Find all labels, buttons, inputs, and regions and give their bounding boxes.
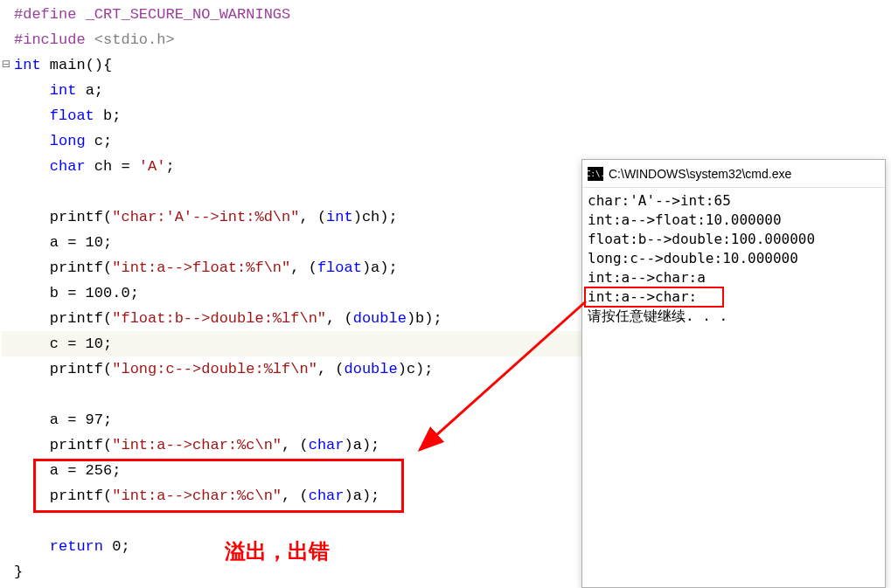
- cmd-window[interactable]: C:\. C:\WINDOWS\system32\cmd.exe char:'A…: [581, 159, 886, 588]
- fn-printf: printf: [50, 437, 103, 453]
- arg: b);: [415, 310, 442, 327]
- code-line: [2, 179, 584, 204]
- zero: 0;: [112, 538, 129, 555]
- cast-char: char: [309, 437, 345, 453]
- assign-c10: c = 10;: [50, 336, 112, 352]
- annotation-overflow-error: 溢出，出错: [225, 537, 330, 565]
- cmd-titlebar[interactable]: C:\. C:\WINDOWS\system32\cmd.exe: [582, 160, 885, 188]
- code-line: ⊟int main(){: [2, 52, 584, 78]
- close-brace: }: [14, 564, 23, 580]
- fmt: "long:c-->double:%lf\n": [112, 361, 317, 377]
- fmt: "float:b-->double:%lf\n": [112, 310, 326, 327]
- kw-return: return: [50, 538, 103, 555]
- annotation-box-code: [33, 459, 404, 513]
- decl-c: c;: [94, 133, 112, 149]
- fn-printf: printf: [50, 209, 103, 225]
- code-line: long c;: [2, 128, 584, 154]
- char-A: 'A': [139, 158, 166, 175]
- fn-printf: printf: [50, 310, 103, 327]
- code-line: printf("long:c-->double:%lf\n", (double)…: [2, 356, 584, 382]
- cmd-output: char:'A'-->int:65 int:a-->float:10.00000…: [582, 188, 885, 329]
- cmd-title: C:\WINDOWS\system32\cmd.exe: [609, 167, 791, 181]
- kw-char: char: [50, 158, 86, 175]
- assign-b100: b = 100.0;: [50, 285, 139, 301]
- out-line: float:b-->double:100.000000: [588, 231, 815, 247]
- assign-a10: a = 10;: [50, 234, 112, 251]
- decl-a: a;: [86, 82, 103, 99]
- decl-ch: ch =: [94, 158, 139, 175]
- kw-int: int: [14, 57, 41, 73]
- code-line: printf("int:a-->char:%c\n", (char)a);: [2, 432, 584, 458]
- kw-long: long: [50, 133, 86, 149]
- kw-int: int: [50, 82, 77, 99]
- fmt: "int:a-->float:%f\n": [112, 259, 290, 276]
- out-line: long:c-->double:10.000000: [588, 250, 798, 266]
- code-line: b = 100.0;: [2, 280, 584, 306]
- cast-int: int: [326, 209, 353, 225]
- arg: ch);: [362, 209, 398, 225]
- out-line: int:a-->char:a: [588, 269, 706, 286]
- code-line: a = 10;: [2, 230, 584, 255]
- define-symbol: _CRT_SECURE_NO_WARNINGS: [86, 6, 291, 23]
- cmd-icon: C:\.: [588, 167, 603, 181]
- fmt: "int:a-->char:%c\n": [112, 437, 282, 453]
- include-path: <stdio.h>: [94, 31, 175, 48]
- code-line: c = 10;: [2, 331, 584, 356]
- preproc-include: #include: [14, 31, 86, 48]
- kw-float: float: [50, 107, 94, 124]
- out-line: 请按任意键继续. . .: [588, 308, 727, 324]
- fn-printf: printf: [50, 361, 103, 377]
- cast-double: double: [344, 361, 397, 377]
- code-line: [2, 382, 584, 407]
- fn-main: main: [50, 57, 86, 73]
- fold-icon: ⊟: [2, 52, 10, 78]
- cast-double: double: [353, 310, 407, 327]
- code-line: #include <stdio.h>: [2, 27, 584, 52]
- arg: a);: [371, 259, 398, 276]
- code-line: a = 97;: [2, 407, 584, 432]
- preproc-define: #define: [14, 6, 76, 23]
- assign-a97: a = 97;: [50, 412, 112, 428]
- code-line: int a;: [2, 78, 584, 103]
- fn-printf: printf: [50, 259, 103, 276]
- decl-b: b;: [103, 107, 121, 124]
- cast-float: float: [317, 259, 362, 276]
- out-line: int:a-->float:10.000000: [588, 211, 782, 228]
- code-line: printf("char:'A'-->int:%d\n", (int)ch);: [2, 204, 584, 230]
- code-line: float b;: [2, 103, 584, 128]
- code-line: printf("float:b-->double:%lf\n", (double…: [2, 306, 584, 331]
- arg: a);: [353, 437, 380, 453]
- code-line: #define _CRT_SECURE_NO_WARNINGS: [2, 2, 584, 27]
- fmt: "char:'A'-->int:%d\n": [112, 209, 299, 225]
- semi: ;: [165, 158, 174, 175]
- parens-brace: (){: [86, 57, 113, 73]
- arg: c);: [407, 361, 434, 377]
- code-line: printf("int:a-->float:%f\n", (float)a);: [2, 255, 584, 280]
- code-line: char ch = 'A';: [2, 154, 584, 179]
- annotation-box-console: [584, 287, 724, 308]
- out-line: char:'A'-->int:65: [588, 192, 731, 209]
